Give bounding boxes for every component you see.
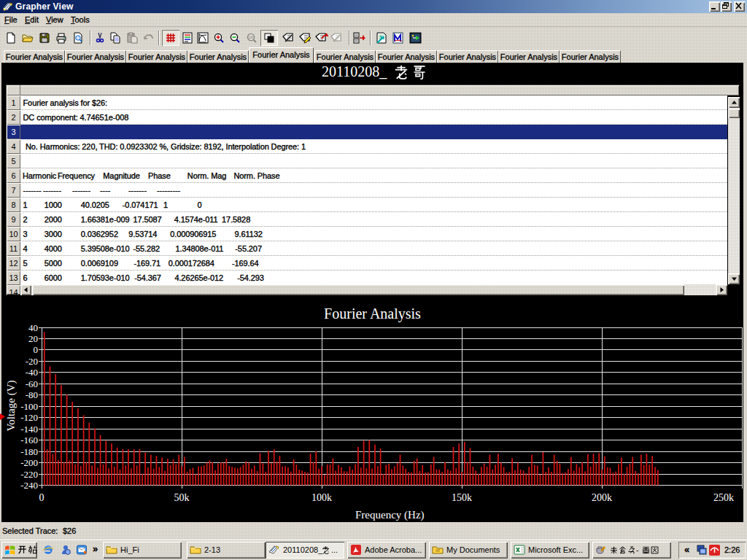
svg-text:100: 100 (248, 36, 254, 39)
